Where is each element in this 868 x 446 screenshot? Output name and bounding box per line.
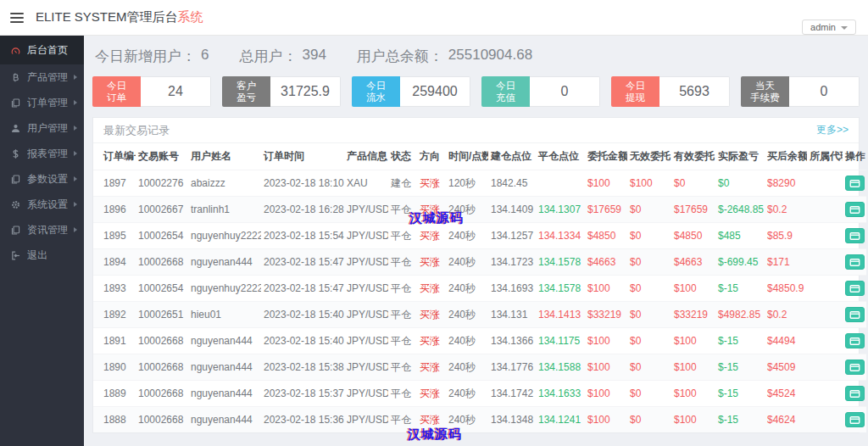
cell-profit: $485 bbox=[715, 223, 765, 249]
cell-time: 2023-02-18 15:47:04 bbox=[261, 276, 344, 302]
order-detail-button[interactable] bbox=[845, 386, 865, 401]
cell-close bbox=[536, 170, 585, 197]
detail-icon bbox=[849, 390, 860, 398]
order-detail-button[interactable] bbox=[845, 254, 865, 270]
menu-toggle-icon[interactable] bbox=[10, 13, 24, 23]
cell-direction: 买涨 bbox=[417, 276, 446, 302]
reports-icon bbox=[9, 148, 21, 159]
summary-stat-value: 6 bbox=[201, 47, 209, 66]
sidebar-item-orders[interactable]: 订单管理 bbox=[0, 90, 84, 115]
cell-close: 134.1307 bbox=[536, 197, 585, 223]
sidebar-item-label: 用户管理 bbox=[27, 121, 68, 136]
sidebar-item-params[interactable]: 参数设置 bbox=[0, 166, 84, 192]
cell-entrust: $100 bbox=[585, 381, 627, 407]
order-detail-button[interactable] bbox=[845, 176, 865, 191]
cell-account: 10002276 bbox=[136, 170, 188, 197]
stat-card-today-orders: 今日订单24 bbox=[92, 76, 211, 107]
cell-profit: $-15 bbox=[715, 354, 765, 381]
cell-duration: 240秒 bbox=[446, 276, 488, 302]
cell-product: JPY/USD bbox=[344, 381, 388, 407]
table-row: 189510002654nguyenhuy22222023-02-18 15:5… bbox=[93, 223, 866, 249]
chevron-right-icon bbox=[74, 75, 77, 80]
cell-product: JPY/USD bbox=[344, 328, 388, 354]
sidebar-item-system[interactable]: 系统设置 bbox=[0, 192, 84, 217]
cell-balance: $85.9 bbox=[765, 223, 807, 249]
cell-name: nguyenan444 bbox=[188, 249, 261, 276]
sidebar: 后台首页产品管理订单管理用户管理报表管理参数设置系统设置资讯管理退出 bbox=[0, 36, 84, 446]
cell-product: JPY/USD bbox=[344, 276, 388, 302]
cell-account: 10002668 bbox=[136, 354, 188, 381]
cell-profit: $4982.85 bbox=[715, 302, 765, 328]
stat-card-today-fees: 当天手续费0 bbox=[741, 76, 860, 107]
admin-dropdown[interactable]: admin bbox=[802, 20, 856, 35]
table-row: 189010002668nguyenan4442023-02-18 15:38:… bbox=[93, 354, 866, 381]
cell-order-no: 1896 bbox=[93, 197, 136, 223]
cell-close: 134.1334 bbox=[536, 223, 585, 249]
column-header-name: 用户姓名 bbox=[188, 143, 261, 170]
sidebar-item-dashboard[interactable]: 后台首页 bbox=[0, 36, 84, 64]
cell-close: 134.1578 bbox=[536, 249, 585, 276]
cell-product: JPY/USD bbox=[344, 354, 388, 381]
sidebar-item-news[interactable]: 资讯管理 bbox=[0, 217, 84, 243]
cell-open: 134.1776 bbox=[488, 354, 536, 381]
dashboard-icon bbox=[9, 44, 21, 56]
cell-account: 10002668 bbox=[136, 328, 188, 354]
sidebar-item-products[interactable]: 产品管理 bbox=[0, 64, 84, 90]
cell-name: abaizzz bbox=[188, 170, 261, 197]
cell-order-no: 1888 bbox=[93, 407, 136, 433]
cell-time: 2023-02-18 15:40:40 bbox=[261, 328, 344, 354]
order-detail-button[interactable] bbox=[845, 228, 865, 243]
chevron-right-icon bbox=[74, 151, 77, 156]
sidebar-item-logout[interactable]: 退出 bbox=[0, 243, 84, 268]
cell-close: 134.1633 bbox=[536, 381, 585, 407]
detail-icon bbox=[849, 364, 860, 371]
order-detail-button[interactable] bbox=[845, 360, 865, 375]
column-header-profit: 实际盈亏 bbox=[715, 143, 765, 170]
order-detail-button[interactable] bbox=[845, 281, 865, 296]
order-detail-button[interactable] bbox=[845, 412, 865, 427]
trades-table: 订单编号交易账号用户姓名订单时间产品信息状态方向时间/点数建仓点位平仓点位委托金… bbox=[93, 143, 866, 432]
order-detail-button[interactable] bbox=[845, 202, 865, 217]
chevron-right-icon bbox=[74, 100, 77, 105]
cell-duration: 120秒 bbox=[446, 170, 488, 197]
cell-order-no: 1891 bbox=[93, 328, 136, 354]
sidebar-item-reports[interactable]: 报表管理 bbox=[0, 141, 84, 166]
order-detail-button[interactable] bbox=[845, 333, 865, 348]
more-link[interactable]: 更多>> bbox=[816, 123, 849, 137]
cell-direction: 买涨 bbox=[417, 354, 446, 381]
cell-product: JPY/USD bbox=[344, 407, 388, 433]
cell-account: 10002668 bbox=[136, 249, 188, 276]
panel-title: 最新交易记录 bbox=[103, 123, 170, 138]
cell-duration: 240秒 bbox=[446, 381, 488, 407]
cell-action bbox=[843, 354, 866, 381]
cell-direction: 买涨 bbox=[417, 328, 446, 354]
cell-product: JPY/USD bbox=[344, 302, 388, 328]
cell-status: 平仓 bbox=[388, 249, 417, 276]
cell-status: 平仓 bbox=[388, 197, 417, 223]
sidebar-item-label: 后台首页 bbox=[27, 43, 68, 58]
cell-order-no: 1893 bbox=[93, 276, 136, 302]
stat-card-value: 0 bbox=[789, 76, 860, 107]
stat-card-value: 259400 bbox=[400, 76, 470, 107]
summary-stat: 用户总余额：25510904.68 bbox=[357, 47, 532, 66]
cell-status: 平仓 bbox=[388, 223, 417, 249]
cell-duration: 240秒 bbox=[446, 223, 488, 249]
cell-entrust: $100 bbox=[585, 407, 627, 433]
cell-close: 134.1578 bbox=[536, 276, 585, 302]
summary-stat-value: 25510904.68 bbox=[448, 47, 532, 66]
cell-time: 2023-02-18 15:54:36 bbox=[261, 223, 344, 249]
column-header-close-point: 平仓点位 bbox=[536, 143, 585, 170]
summary-stat: 总用户：394 bbox=[239, 47, 326, 66]
cell-invalid: $0 bbox=[627, 407, 671, 433]
order-detail-button[interactable] bbox=[845, 307, 865, 322]
sidebar-item-users[interactable]: 用户管理 bbox=[0, 115, 84, 141]
cell-close: 134.1413 bbox=[536, 302, 585, 328]
app-title: ELITE SYSTEM管理后台系统 bbox=[36, 9, 203, 25]
sidebar-item-label: 资讯管理 bbox=[27, 223, 68, 237]
cell-account: 10002667 bbox=[136, 197, 188, 223]
cell-name: nguyenan444 bbox=[188, 381, 261, 407]
cell-duration: 240秒 bbox=[446, 249, 488, 276]
cell-order-no: 1892 bbox=[93, 302, 136, 328]
cell-invalid: $0 bbox=[627, 249, 671, 276]
stat-card-today-withdraw: 今日提现5693 bbox=[611, 76, 730, 107]
